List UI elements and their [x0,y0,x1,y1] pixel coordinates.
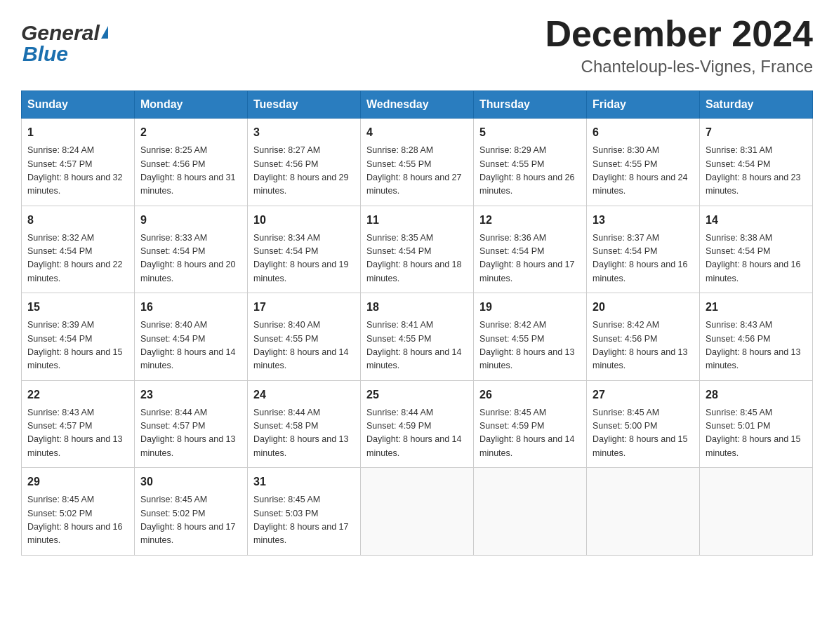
calendar-cell: 25Sunrise: 8:44 AMSunset: 4:59 PMDayligh… [361,380,474,468]
day-number: 23 [140,387,241,403]
day-info: Sunrise: 8:31 AMSunset: 4:54 PMDaylight:… [706,144,807,199]
day-info: Sunrise: 8:44 AMSunset: 4:58 PMDaylight:… [253,406,355,461]
calendar-cell: 1Sunrise: 8:24 AMSunset: 4:57 PMDaylight… [22,119,135,206]
day-number: 6 [593,124,694,141]
calendar-cell: 2Sunrise: 8:25 AMSunset: 4:56 PMDaylight… [135,119,248,206]
day-info: Sunrise: 8:42 AMSunset: 4:56 PMDaylight:… [593,318,694,373]
day-number: 30 [140,474,241,490]
day-info: Sunrise: 8:40 AMSunset: 4:54 PMDaylight:… [140,318,241,373]
day-number: 27 [593,387,694,403]
calendar-cell: 24Sunrise: 8:44 AMSunset: 4:58 PMDayligh… [248,380,361,468]
day-info: Sunrise: 8:32 AMSunset: 4:54 PMDaylight:… [27,232,128,286]
header-friday: Friday [587,91,700,119]
calendar-header: SundayMondayTuesdayWednesdayThursdayFrid… [22,91,813,119]
calendar-cell: 4Sunrise: 8:28 AMSunset: 4:55 PMDaylight… [361,119,474,206]
day-number: 21 [706,299,807,316]
title-section: December 2024 Chanteloup-les-Vignes, Fra… [545,14,813,76]
calendar-cell [474,468,587,556]
month-title: December 2024 [545,14,813,54]
day-number: 4 [366,124,468,141]
logo-triangle-icon [101,26,108,39]
header-tuesday: Tuesday [248,91,361,119]
day-number: 24 [253,387,355,403]
calendar-cell: 29Sunrise: 8:45 AMSunset: 5:02 PMDayligh… [22,468,135,556]
calendar-cell: 13Sunrise: 8:37 AMSunset: 4:54 PMDayligh… [587,206,700,293]
calendar-cell: 23Sunrise: 8:44 AMSunset: 4:57 PMDayligh… [135,380,248,468]
calendar-cell: 16Sunrise: 8:40 AMSunset: 4:54 PMDayligh… [135,293,248,381]
day-info: Sunrise: 8:30 AMSunset: 4:55 PMDaylight:… [593,144,694,199]
calendar-cell: 30Sunrise: 8:45 AMSunset: 5:02 PMDayligh… [135,468,248,556]
day-number: 2 [140,124,241,141]
calendar-table: SundayMondayTuesdayWednesdayThursdayFrid… [21,90,813,556]
calendar-cell: 12Sunrise: 8:36 AMSunset: 4:54 PMDayligh… [474,206,587,293]
day-info: Sunrise: 8:45 AMSunset: 5:02 PMDaylight:… [27,493,128,548]
day-number: 9 [140,212,241,229]
day-info: Sunrise: 8:24 AMSunset: 4:57 PMDaylight:… [27,144,128,199]
week-row-5: 29Sunrise: 8:45 AMSunset: 5:02 PMDayligh… [22,468,813,556]
calendar-cell [587,468,700,556]
calendar-cell: 20Sunrise: 8:42 AMSunset: 4:56 PMDayligh… [587,293,700,381]
week-row-2: 8Sunrise: 8:32 AMSunset: 4:54 PMDaylight… [22,206,813,293]
calendar-cell: 19Sunrise: 8:42 AMSunset: 4:55 PMDayligh… [474,293,587,381]
header-row: SundayMondayTuesdayWednesdayThursdayFrid… [22,91,813,119]
logo-blue-text: Blue [22,42,68,66]
calendar-cell: 10Sunrise: 8:34 AMSunset: 4:54 PMDayligh… [248,206,361,293]
calendar-cell: 27Sunrise: 8:45 AMSunset: 5:00 PMDayligh… [587,380,700,468]
day-info: Sunrise: 8:34 AMSunset: 4:54 PMDaylight:… [253,232,355,286]
calendar-cell: 8Sunrise: 8:32 AMSunset: 4:54 PMDaylight… [22,206,135,293]
day-number: 5 [479,124,581,141]
day-number: 13 [593,212,694,229]
day-info: Sunrise: 8:37 AMSunset: 4:54 PMDaylight:… [593,232,694,286]
day-number: 12 [479,212,581,229]
calendar-cell: 7Sunrise: 8:31 AMSunset: 4:54 PMDaylight… [700,119,813,206]
day-number: 17 [253,299,355,316]
calendar-cell: 3Sunrise: 8:27 AMSunset: 4:56 PMDaylight… [248,119,361,206]
week-row-1: 1Sunrise: 8:24 AMSunset: 4:57 PMDaylight… [22,119,813,206]
calendar-cell: 11Sunrise: 8:35 AMSunset: 4:54 PMDayligh… [361,206,474,293]
day-info: Sunrise: 8:45 AMSunset: 5:00 PMDaylight:… [593,406,694,461]
day-number: 20 [593,299,694,316]
logo-general-text: General [21,21,100,45]
day-info: Sunrise: 8:45 AMSunset: 5:02 PMDaylight:… [140,493,241,548]
day-info: Sunrise: 8:44 AMSunset: 4:57 PMDaylight:… [140,406,241,461]
day-info: Sunrise: 8:45 AMSunset: 5:03 PMDaylight:… [253,493,355,548]
calendar-cell: 28Sunrise: 8:45 AMSunset: 5:01 PMDayligh… [700,380,813,468]
location-title: Chanteloup-les-Vignes, France [545,57,813,76]
calendar-cell: 14Sunrise: 8:38 AMSunset: 4:54 PMDayligh… [700,206,813,293]
day-info: Sunrise: 8:28 AMSunset: 4:55 PMDaylight:… [366,144,468,199]
day-number: 31 [253,474,355,490]
week-row-4: 22Sunrise: 8:43 AMSunset: 4:57 PMDayligh… [22,380,813,468]
calendar-cell [361,468,474,556]
logo: General Blue [21,14,108,66]
day-number: 3 [253,124,355,141]
calendar-cell: 9Sunrise: 8:33 AMSunset: 4:54 PMDaylight… [135,206,248,293]
day-number: 10 [253,212,355,229]
day-info: Sunrise: 8:35 AMSunset: 4:54 PMDaylight:… [366,232,468,286]
day-info: Sunrise: 8:38 AMSunset: 4:54 PMDaylight:… [706,232,807,286]
header-monday: Monday [135,91,248,119]
day-number: 18 [366,299,468,316]
day-info: Sunrise: 8:25 AMSunset: 4:56 PMDaylight:… [140,144,241,199]
day-number: 26 [479,387,581,403]
day-info: Sunrise: 8:43 AMSunset: 4:56 PMDaylight:… [706,318,807,373]
calendar-cell [700,468,813,556]
week-row-3: 15Sunrise: 8:39 AMSunset: 4:54 PMDayligh… [22,293,813,381]
day-number: 11 [366,212,468,229]
day-info: Sunrise: 8:39 AMSunset: 4:54 PMDaylight:… [27,318,128,373]
day-info: Sunrise: 8:42 AMSunset: 4:55 PMDaylight:… [479,318,581,373]
day-info: Sunrise: 8:27 AMSunset: 4:56 PMDaylight:… [253,144,355,199]
header-wednesday: Wednesday [361,91,474,119]
calendar-cell: 21Sunrise: 8:43 AMSunset: 4:56 PMDayligh… [700,293,813,381]
calendar-cell: 15Sunrise: 8:39 AMSunset: 4:54 PMDayligh… [22,293,135,381]
calendar-cell: 6Sunrise: 8:30 AMSunset: 4:55 PMDaylight… [587,119,700,206]
day-number: 19 [479,299,581,316]
day-number: 25 [366,387,468,403]
day-info: Sunrise: 8:45 AMSunset: 5:01 PMDaylight:… [706,406,807,461]
day-info: Sunrise: 8:41 AMSunset: 4:55 PMDaylight:… [366,318,468,373]
logo-line1: General [21,21,108,45]
day-info: Sunrise: 8:33 AMSunset: 4:54 PMDaylight:… [140,232,241,286]
day-info: Sunrise: 8:29 AMSunset: 4:55 PMDaylight:… [479,144,581,199]
calendar-cell: 5Sunrise: 8:29 AMSunset: 4:55 PMDaylight… [474,119,587,206]
day-number: 29 [27,474,128,490]
day-info: Sunrise: 8:44 AMSunset: 4:59 PMDaylight:… [366,406,468,461]
